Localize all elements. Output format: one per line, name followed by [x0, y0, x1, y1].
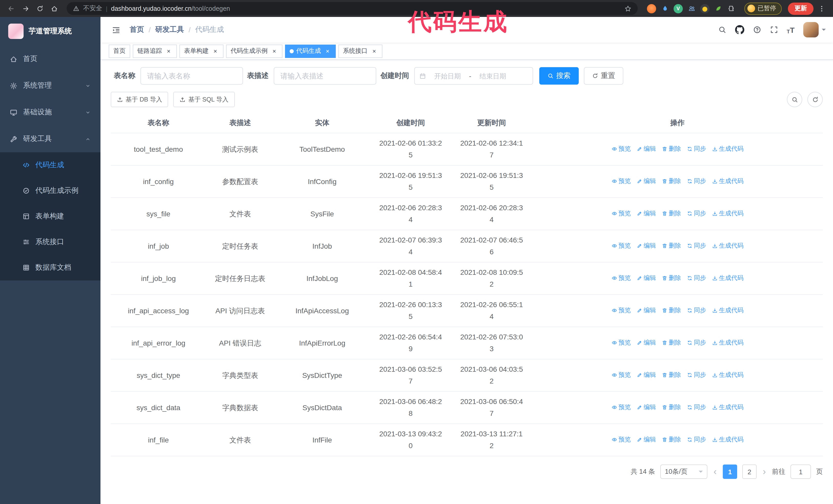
sync-link[interactable]: 同步: [687, 208, 706, 219]
sync-link[interactable]: 同步: [687, 369, 706, 381]
generate-code-link[interactable]: 生成代码: [712, 240, 743, 252]
chrome-update-button[interactable]: 更新: [788, 2, 813, 15]
preview-link[interactable]: 预览: [611, 337, 631, 349]
sidebar-item-codegen[interactable]: 代码生成: [0, 152, 100, 178]
sync-link[interactable]: 同步: [687, 175, 706, 187]
generate-code-link[interactable]: 生成代码: [712, 208, 743, 219]
import-db-button[interactable]: 基于 DB 导入: [111, 92, 168, 107]
address-bar[interactable]: 不安全 | dashboard.yudao.iocoder.cn/tool/co…: [67, 2, 638, 15]
orange-extension-icon[interactable]: [647, 4, 656, 13]
edit-link[interactable]: 编辑: [636, 305, 656, 316]
generate-code-link[interactable]: 生成代码: [712, 272, 743, 284]
fullscreen-icon[interactable]: [770, 26, 778, 34]
sidebar-item-db-doc[interactable]: 数据库文档: [0, 255, 100, 281]
preview-link[interactable]: 预览: [611, 402, 631, 413]
github-icon[interactable]: [735, 25, 744, 34]
sidebar-item-codegen-example[interactable]: 代码生成示例: [0, 178, 100, 203]
delete-link[interactable]: 删除: [662, 305, 681, 316]
table-desc-input[interactable]: [274, 67, 376, 85]
sync-link[interactable]: 同步: [687, 337, 706, 349]
page-button-2[interactable]: 2: [742, 464, 757, 479]
generate-code-link[interactable]: 生成代码: [712, 369, 743, 381]
end-date-input[interactable]: [473, 72, 513, 80]
docs-help-icon[interactable]: [753, 26, 761, 34]
next-page-button[interactable]: ›: [762, 467, 767, 476]
preview-link[interactable]: 预览: [611, 434, 631, 446]
delete-link[interactable]: 删除: [662, 337, 681, 349]
font-size-icon[interactable]: TT: [787, 25, 794, 34]
edit-link[interactable]: 编辑: [636, 434, 656, 446]
user-avatar-menu[interactable]: [803, 22, 826, 38]
edit-link[interactable]: 编辑: [636, 208, 656, 219]
sync-link[interactable]: 同步: [687, 434, 706, 446]
edit-link[interactable]: 编辑: [636, 143, 656, 155]
date-range-picker[interactable]: -: [414, 67, 533, 85]
sidebar-toggle-icon[interactable]: [108, 25, 124, 34]
preview-link[interactable]: 预览: [611, 143, 631, 155]
generate-code-link[interactable]: 生成代码: [712, 305, 743, 316]
sidebar-item-system-api[interactable]: 系统接口: [0, 229, 100, 255]
preview-link[interactable]: 预览: [611, 305, 631, 316]
delete-link[interactable]: 删除: [662, 143, 681, 155]
dark-extension-icon[interactable]: [700, 4, 710, 13]
import-sql-button[interactable]: 基于 SQL 导入: [173, 92, 235, 107]
sidebar-item-infra[interactable]: 基础设施: [0, 99, 100, 126]
sidebar-item-form-builder[interactable]: 表单构建: [0, 203, 100, 229]
breadcrumb-item[interactable]: 研发工具: [155, 25, 184, 34]
delete-link[interactable]: 删除: [662, 434, 681, 446]
tab-3[interactable]: 代码生成示例×: [226, 44, 282, 58]
extensions-puzzle-icon[interactable]: [727, 4, 736, 13]
browser-back-icon[interactable]: [5, 2, 18, 15]
preview-link[interactable]: 预览: [611, 208, 631, 219]
browser-reload-icon[interactable]: [34, 2, 46, 15]
generate-code-link[interactable]: 生成代码: [712, 402, 743, 413]
start-date-input[interactable]: [428, 72, 467, 80]
edit-link[interactable]: 编辑: [636, 369, 656, 381]
preview-link[interactable]: 预览: [611, 175, 631, 187]
sidebar-item-devtools[interactable]: 研发工具: [0, 126, 100, 152]
tab-4[interactable]: 代码生成×: [285, 44, 336, 58]
tab-close-icon[interactable]: ×: [212, 47, 219, 55]
sync-link[interactable]: 同步: [687, 305, 706, 316]
generate-code-link[interactable]: 生成代码: [712, 143, 743, 155]
browser-forward-icon[interactable]: [20, 2, 32, 15]
delete-link[interactable]: 删除: [662, 175, 681, 187]
tab-close-icon[interactable]: ×: [371, 47, 378, 55]
tab-0[interactable]: 首页: [109, 44, 130, 58]
prev-page-button[interactable]: ‹: [713, 467, 718, 476]
sidebar-item-system[interactable]: 系统管理: [0, 72, 100, 99]
browser-menu-icon[interactable]: [815, 2, 828, 15]
edit-link[interactable]: 编辑: [636, 337, 656, 349]
delete-link[interactable]: 删除: [662, 402, 681, 413]
delete-link[interactable]: 删除: [662, 240, 681, 252]
edit-link[interactable]: 编辑: [636, 272, 656, 284]
delete-link[interactable]: 删除: [662, 369, 681, 381]
preview-link[interactable]: 预览: [611, 272, 631, 284]
delete-link[interactable]: 删除: [662, 272, 681, 284]
delete-link[interactable]: 删除: [662, 208, 681, 219]
drop-extension-icon[interactable]: [660, 4, 669, 13]
tab-5[interactable]: 系统接口×: [338, 44, 382, 58]
generate-code-link[interactable]: 生成代码: [712, 337, 743, 349]
browser-home-icon[interactable]: [48, 2, 61, 15]
sync-link[interactable]: 同步: [687, 143, 706, 155]
app-logo[interactable]: 芋道管理系统: [0, 17, 100, 46]
tab-close-icon[interactable]: ×: [324, 47, 331, 55]
preview-link[interactable]: 预览: [611, 369, 631, 381]
reset-button[interactable]: 重置: [584, 67, 623, 85]
edit-link[interactable]: 编辑: [636, 175, 656, 187]
breadcrumb-item[interactable]: 首页: [130, 25, 144, 34]
vue-devtools-icon[interactable]: V: [673, 4, 683, 13]
preview-link[interactable]: 预览: [611, 240, 631, 252]
tab-1[interactable]: 链路追踪×: [133, 44, 177, 58]
sync-link[interactable]: 同步: [687, 402, 706, 413]
generate-code-link[interactable]: 生成代码: [712, 175, 743, 187]
tab-close-icon[interactable]: ×: [271, 47, 278, 55]
edit-link[interactable]: 编辑: [636, 402, 656, 413]
goto-page-input[interactable]: [790, 464, 811, 479]
contacts-extension-icon[interactable]: [687, 4, 696, 13]
page-size-select[interactable]: 10条/页: [660, 464, 708, 479]
profile-paused-badge[interactable]: 已暂停: [744, 2, 782, 15]
sync-link[interactable]: 同步: [687, 240, 706, 252]
sidebar-item-home[interactable]: 首页: [0, 46, 100, 72]
